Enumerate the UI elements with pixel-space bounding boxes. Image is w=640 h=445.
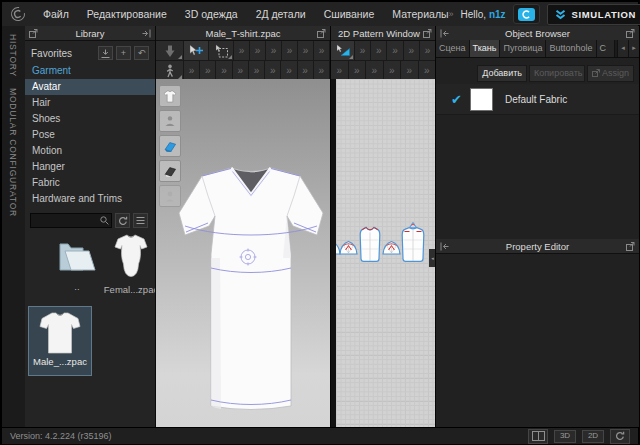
show-avatar-button[interactable] xyxy=(159,110,181,132)
tab-buttonhole[interactable]: Buttonhole xyxy=(546,40,596,57)
popout-icon[interactable] xyxy=(317,29,326,38)
library-list-view-button[interactable] xyxy=(133,213,148,228)
add-fabric-button[interactable]: Добавить xyxy=(477,65,527,82)
avatar-walk-tool-button[interactable] xyxy=(156,61,184,80)
pattern-sleeve-2 xyxy=(383,242,400,255)
collapsed-tool-button[interactable]: » xyxy=(371,41,387,60)
menu-2d-patterns[interactable]: 2Д детали xyxy=(256,8,306,20)
add-to-library-button[interactable] xyxy=(98,46,113,60)
collapsed-tool-button[interactable]: » xyxy=(349,61,367,80)
fabric-swatch[interactable] xyxy=(470,88,493,111)
library-item-pose[interactable]: Pose xyxy=(25,127,155,143)
library-item-fabric[interactable]: Fabric xyxy=(25,175,155,191)
collapsed-tool-button[interactable]: » xyxy=(331,61,349,80)
library-item-motion[interactable]: Motion xyxy=(25,143,155,159)
split-view-button[interactable] xyxy=(528,429,548,444)
property-editor-title: Property Editor xyxy=(449,241,626,252)
tab-scroll-next-button[interactable]: ▸ xyxy=(628,40,639,57)
add-favorite-button[interactable]: + xyxy=(116,46,131,60)
tab-modular-configurator[interactable]: MODULAR CONFIGURATOR xyxy=(8,88,18,217)
download-icon xyxy=(101,49,110,58)
collapsed-tool-button[interactable]: » xyxy=(366,61,384,80)
pattern-pieces[interactable] xyxy=(336,79,429,426)
tab-fabric[interactable]: Ткань xyxy=(470,40,501,57)
library-item-hair[interactable]: Hair xyxy=(25,95,155,111)
library-panel: Library Favorites + ↶ Garment Avatar Hai… xyxy=(25,26,156,427)
menu-3d-garment[interactable]: 3D одежда xyxy=(185,8,238,20)
undo-button[interactable]: ↶ xyxy=(134,46,149,60)
collapsed-tool-button[interactable]: » xyxy=(401,61,419,80)
pattern-body-front xyxy=(360,227,380,261)
collapsed-tool-button[interactable]: » xyxy=(298,61,314,80)
fabric-view-button-active[interactable] xyxy=(159,135,181,157)
collapsed-tool-button[interactable]: » xyxy=(265,61,281,80)
marquee-select-tool-button[interactable] xyxy=(209,41,234,60)
collapsed-tool-button[interactable]: » xyxy=(249,61,265,80)
collapsed-tool-button[interactable]: » xyxy=(234,41,250,60)
collapsed-tool-button[interactable]: » xyxy=(200,61,216,80)
fabric-list-item[interactable]: ✔ Default Fabric xyxy=(436,84,639,115)
tab-scroll-prev-button[interactable]: ◂ xyxy=(617,40,628,57)
collapsed-tool-button[interactable]: » xyxy=(250,41,266,60)
more-icon: » xyxy=(392,45,398,56)
collapsed-tool-button[interactable]: » xyxy=(420,41,436,60)
collapsed-tool-button[interactable]: » xyxy=(387,41,403,60)
collapsed-tool-button[interactable]: » xyxy=(216,61,232,80)
viewport-3d[interactable] xyxy=(156,79,330,427)
view-2d-button[interactable]: 2D xyxy=(582,430,604,443)
collapsed-tool-button[interactable]: » xyxy=(266,41,282,60)
select-move-tool-button[interactable] xyxy=(184,41,209,60)
collapsed-tool-button[interactable]: » xyxy=(233,61,249,80)
library-item-garment[interactable]: Garment xyxy=(25,63,155,79)
history-arrow-tool-button[interactable] xyxy=(156,41,184,60)
clo-cloud-button[interactable] xyxy=(513,4,540,24)
collapsed-tool-button[interactable]: » xyxy=(404,41,420,60)
library-thumb-female-tshirt[interactable]: Femal...zpac xyxy=(103,233,156,295)
username[interactable]: n1z xyxy=(489,9,506,20)
library-item-shoes[interactable]: Shoes xyxy=(25,111,155,127)
library-thumb-male-tshirt-selected[interactable]: Male_...zpac xyxy=(28,306,92,376)
library-item-avatar[interactable]: Avatar xyxy=(25,79,155,95)
simulation-button[interactable]: SIMULATION ▼ xyxy=(547,4,640,25)
thumb-label: .. xyxy=(49,281,105,292)
popout-icon[interactable] xyxy=(626,29,635,38)
collapsed-tool-button[interactable]: » xyxy=(184,61,200,80)
show-garment-button[interactable] xyxy=(159,85,181,107)
search-icon xyxy=(100,216,109,225)
menu-materials[interactable]: Материалы xyxy=(392,8,448,20)
popout-icon[interactable] xyxy=(29,29,38,38)
tab-history[interactable]: HISTORY xyxy=(8,34,18,77)
tshirt-3d-model[interactable] xyxy=(176,162,326,417)
library-item-hardware-trims[interactable]: Hardware and Trims xyxy=(25,191,155,207)
library-refresh-button[interactable] xyxy=(115,213,130,228)
menu-sewing[interactable]: Сшивание xyxy=(324,8,375,20)
menu-edit[interactable]: Редактирование xyxy=(87,8,167,20)
collapsed-tool-button[interactable]: » xyxy=(298,41,314,60)
pin-icon[interactable] xyxy=(440,242,449,251)
pattern-sleeve-1 xyxy=(340,242,357,255)
popout-icon[interactable] xyxy=(626,242,635,251)
tab-button[interactable]: Пуговица xyxy=(500,40,546,57)
collapsed-tool-button[interactable]: » xyxy=(419,61,437,80)
pattern-grid[interactable] xyxy=(336,79,436,427)
overflow-chevron-icon[interactable]: » xyxy=(449,9,454,19)
pin-icon[interactable] xyxy=(440,29,449,38)
collapsed-tool-button[interactable]: » xyxy=(282,41,298,60)
tab-scene[interactable]: Сцена xyxy=(436,40,470,57)
sync-button[interactable] xyxy=(610,429,630,444)
pattern-select-tool-button[interactable] xyxy=(331,41,355,60)
library-item-hanger[interactable]: Hanger xyxy=(25,159,155,175)
pin-icon[interactable] xyxy=(142,29,151,38)
tab-truncated[interactable]: С xyxy=(597,40,615,57)
viewport-2d[interactable]: ◂ xyxy=(331,79,436,427)
library-search-input[interactable] xyxy=(32,214,100,227)
collapsed-tool-button[interactable]: » xyxy=(384,61,402,80)
collapsed-tool-button[interactable]: » xyxy=(314,41,330,60)
view-3d-button[interactable]: 3D xyxy=(554,430,576,443)
collapsed-tool-button[interactable]: » xyxy=(314,61,330,80)
collapsed-tool-button[interactable]: » xyxy=(355,41,371,60)
popout-icon[interactable] xyxy=(423,29,432,38)
collapsed-tool-button[interactable]: » xyxy=(281,61,297,80)
menu-file[interactable]: Файл xyxy=(43,8,69,20)
library-thumb-folder-up[interactable]: .. xyxy=(49,236,105,292)
